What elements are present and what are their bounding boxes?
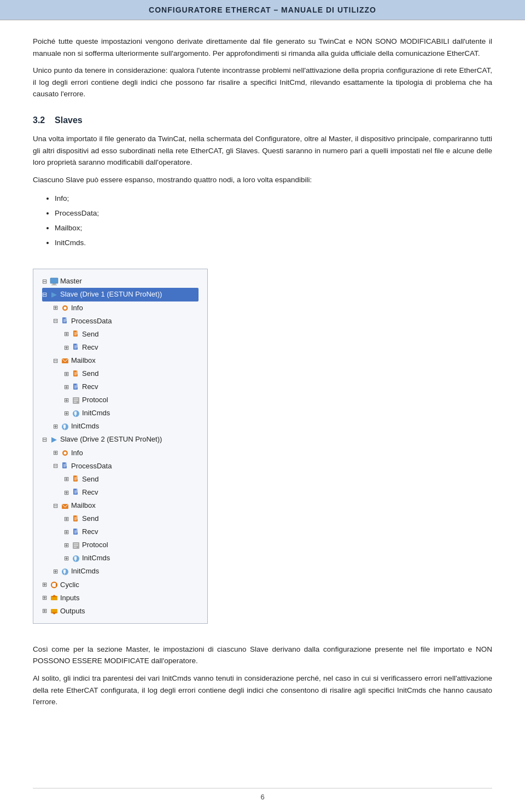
tree-expand-icon[interactable]: ⊞ [53, 448, 60, 458]
tree-node-icon [72, 513, 82, 525]
tree-node[interactable]: ⊞ InitCmds [42, 565, 199, 578]
tree-node-label: Slave (Drive 2 (ESTUN ProNet)) [60, 433, 162, 445]
tree-node[interactable]: ⊞ Send [42, 367, 199, 380]
tree-expand-icon[interactable]: ⊞ [64, 540, 71, 550]
tree-node[interactable]: ⊞ InitCmds [42, 420, 199, 433]
tree-node-icon [61, 565, 71, 577]
intro-paragraph-1: Poiché tutte queste impostazioni vengono… [33, 36, 492, 59]
tree-node[interactable]: ⊞ Recv [42, 380, 199, 393]
list-item-mailbox: Mailbox; [55, 221, 492, 235]
tree-node-icon [72, 473, 82, 485]
tree-expand-icon[interactable]: ⊟ [53, 461, 60, 471]
tree-node-icon [61, 447, 71, 459]
tree-expand-icon[interactable]: ⊟ [42, 434, 49, 445]
tree-node-label: InitCmds [71, 420, 99, 432]
svg-point-41 [64, 428, 65, 429]
svg-marker-28 [77, 384, 78, 385]
tree-node[interactable]: ⊞ Recv [42, 525, 199, 538]
tree-expand-icon[interactable]: ⊞ [64, 527, 71, 537]
tree-expand-icon[interactable]: ⊞ [42, 593, 49, 603]
svg-marker-46 [66, 462, 67, 464]
tree-node[interactable]: ⊞ Recv [42, 486, 199, 499]
tree-node-label: InitCmds [71, 565, 99, 577]
tree-expand-icon[interactable]: ⊞ [64, 395, 71, 405]
tree-expand-icon[interactable]: ⊟ [53, 356, 60, 366]
tree-node[interactable]: ⊞ InitCmds [42, 552, 199, 565]
tree-expand-icon[interactable]: ⊞ [64, 474, 71, 484]
tree-expand-icon[interactable]: ⊞ [64, 553, 71, 564]
svg-point-44 [64, 452, 67, 455]
tree-node[interactable]: ⊞ InitCmds [42, 407, 199, 420]
tree-node[interactable]: ⊞ Protocol [42, 393, 199, 407]
tree-node-icon [72, 328, 82, 340]
tree-node[interactable]: ⊟ Slave (Drive 1 (ESTUN ProNet)) [42, 288, 199, 301]
tree-node-label: Recv [82, 526, 98, 538]
list-item-processdata: ProcessData; [55, 206, 492, 221]
tree-view[interactable]: ⊟ Master⊟ Slave (Drive 1 (ESTUN ProNet))… [33, 269, 208, 623]
tree-node-label: Inputs [60, 592, 79, 604]
svg-marker-17 [77, 344, 78, 345]
tree-node[interactable]: ⊟ Mailbox [42, 499, 199, 512]
tree-node[interactable]: ⊟ ProcessData [42, 315, 199, 328]
section-title: Slaves [55, 115, 83, 125]
tree-expand-icon[interactable]: ⊟ [53, 316, 60, 326]
tree-node[interactable]: ⊟ Slave (Drive 2 (ESTUN ProNet)) [42, 433, 199, 446]
tree-expand-icon[interactable]: ⊞ [64, 329, 71, 339]
svg-rect-1 [52, 283, 56, 285]
tree-node[interactable]: ⊞ Outputs [42, 605, 199, 618]
tree-node[interactable]: ⊞ Protocol [42, 538, 199, 552]
tree-node-label: Cyclic [60, 579, 79, 591]
svg-rect-40 [63, 425, 66, 428]
tree-expand-icon[interactable]: ⊟ [42, 276, 49, 287]
tree-node[interactable]: ⊟ ProcessData [42, 460, 199, 473]
tree-node[interactable]: ⊞ Info [42, 301, 199, 315]
tree-node[interactable]: ⊞ Inputs [42, 591, 199, 605]
tree-expand-icon[interactable]: ⊞ [64, 369, 71, 379]
intro-paragraph-2: Unico punto da tenere in considerazione:… [33, 65, 492, 100]
page-number: 6 [260, 793, 264, 801]
tree-node[interactable]: ⊞ Send [42, 328, 199, 341]
tree-node[interactable]: ⊟ Mailbox [42, 354, 199, 367]
tree-node[interactable]: ⊞ Info [42, 446, 199, 460]
tree-expand-icon[interactable]: ⊞ [53, 566, 60, 577]
svg-rect-37 [74, 411, 77, 415]
tree-node-icon [50, 605, 60, 617]
svg-marker-3 [51, 292, 57, 298]
svg-point-77 [75, 560, 76, 561]
tree-expand-icon[interactable]: ⊞ [64, 408, 71, 419]
tree-node-icon [72, 552, 82, 564]
tree-node[interactable]: ⊞ Recv [42, 341, 199, 354]
tree-node-label: Protocol [82, 539, 108, 551]
tree-node-icon [72, 381, 82, 393]
svg-marker-62 [77, 515, 78, 517]
tree-expand-icon[interactable]: ⊞ [64, 382, 71, 392]
tree-expand-icon[interactable]: ⊞ [64, 343, 71, 353]
tree-expand-icon[interactable]: ⊞ [64, 488, 71, 498]
tree-node[interactable]: ⊞ Send [42, 473, 199, 486]
tree-node-label: Info [71, 302, 83, 314]
svg-marker-56 [77, 489, 78, 490]
tree-expand-icon[interactable]: ⊞ [53, 421, 60, 432]
tree-node-icon [50, 288, 60, 300]
tree-expand-icon[interactable]: ⊞ [53, 303, 60, 313]
tree-node-label: Slave (Drive 1 (ESTUN ProNet)) [60, 288, 162, 300]
tree-node-label: Send [82, 513, 98, 525]
tree-node-icon [61, 420, 71, 432]
tree-node-icon [50, 579, 60, 591]
tree-node[interactable]: ⊟ Master [42, 275, 199, 288]
svg-point-80 [64, 573, 65, 574]
tree-expand-icon[interactable]: ⊟ [53, 501, 60, 511]
tree-node[interactable]: ⊞ Send [42, 512, 199, 525]
tree-node-label: Mailbox [71, 500, 96, 512]
svg-rect-0 [50, 278, 58, 283]
tree-node[interactable]: ⊞ Cyclic [42, 578, 199, 591]
outro-paragraph-1: Così come per la sezione Master, le impo… [33, 643, 492, 667]
tree-expand-icon[interactable]: ⊟ [42, 289, 49, 300]
tree-expand-icon[interactable]: ⊞ [42, 606, 49, 616]
tree-expand-icon[interactable]: ⊞ [64, 514, 71, 524]
tree-node-icon [61, 302, 71, 314]
tree-node-icon [50, 592, 60, 604]
tree-expand-icon[interactable]: ⊞ [42, 579, 49, 590]
tree-node-label: Info [71, 447, 83, 459]
svg-marker-12 [77, 330, 78, 332]
